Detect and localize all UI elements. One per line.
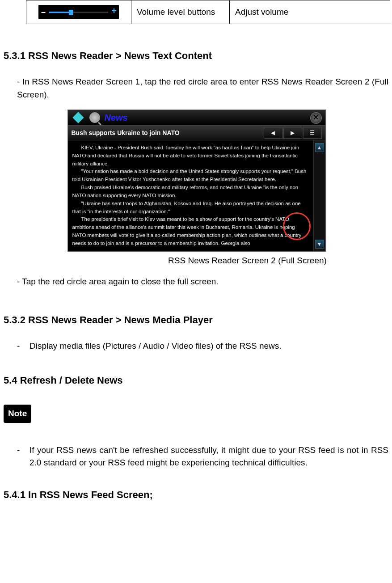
close-icon[interactable]: ✕ [310,112,322,124]
article-para: The president's brief visit to Kiev was … [72,215,309,247]
heading-5-4: 5.4 Refresh / Delete News [4,373,388,388]
home-icon[interactable] [72,112,84,123]
rss-reader-screenshot: News ✕ Bush supports Ukraine to join NAT… [67,110,325,252]
scroll-up-icon[interactable]: ▲ [315,143,324,152]
scrollbar[interactable]: ▲ ▼ [313,140,325,251]
article-para: KIEV, Ukraine - President Bush said Tues… [72,144,309,168]
heading-5-3-1: 5.3.1 RSS News Reader > News Text Conten… [4,48,388,63]
screenshot-titlebar: News ✕ [68,110,325,125]
control-desc-cell: Adjust volume [230,0,390,24]
para-5-3-2: -Display media files (Pictures / Audio /… [17,340,388,353]
para-5-4: -If your RSS news can't be refreshed suc… [17,444,388,469]
note-badge: Note [4,405,31,423]
prev-article-icon[interactable]: ◀ [264,127,282,139]
article-headline: Bush supports Ukraine to join NATO [72,128,180,138]
scroll-down-icon[interactable]: ▼ [315,240,324,249]
next-article-icon[interactable]: ▶ [283,127,302,139]
plus-icon: + [111,8,117,14]
minus-icon: – [40,9,46,15]
para-5-3-1-a: - In RSS News Reader Screen 1, tap the r… [17,76,388,101]
control-name-cell: Volume level buttons [131,0,230,24]
article-para: Bush praised Ukraine's democratic and mi… [72,184,309,200]
article-body: KIEV, Ukraine - President Bush said Tues… [68,140,313,251]
para-5-3-1-b: - Tap the red circle area again to close… [17,275,388,288]
search-icon[interactable] [89,112,100,123]
list-view-icon[interactable]: ☰ [303,127,322,139]
controls-table: – + Volume level buttons Adjust volume [26,0,390,24]
screenshot-caption: RSS News Reader Screen 2 (Full Screen) [106,254,388,267]
para-5-3-2-text: Display media files (Pictures / Audio / … [30,341,282,351]
para-5-4-text: If your RSS news can't be refreshed succ… [30,445,388,468]
news-title-label: News [105,111,128,124]
article-para: "Your nation has made a bold decision an… [72,168,309,184]
volume-slider-graphic: – + [38,5,119,19]
heading-5-4-1: 5.4.1 In RSS News Feed Screen; [4,487,388,502]
heading-5-3-2: 5.3.2 RSS News Reader > News Media Playe… [4,313,388,327]
article-para: "Ukraine has sent troops to Afghanistan,… [72,200,309,216]
screenshot-headline-bar: Bush supports Ukraine to join NATO ◀ ▶ ☰ [68,125,325,140]
volume-control-cell: – + [26,0,131,24]
